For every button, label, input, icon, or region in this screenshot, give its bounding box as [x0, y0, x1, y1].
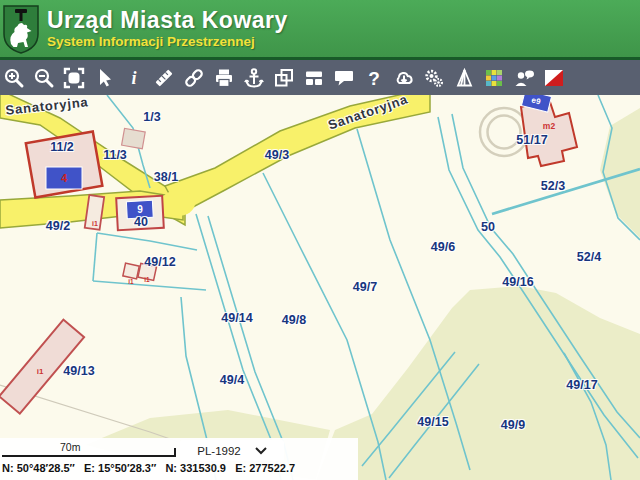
vegetation-areas: [85, 108, 640, 480]
status-bar: 70m PL-1992 N: 50°48′28.5″ E: 15°50′28.3…: [0, 438, 358, 480]
link-button[interactable]: [183, 64, 205, 92]
crs-selector[interactable]: PL-1992: [180, 440, 284, 461]
speech-bubble-icon: [333, 67, 355, 89]
overlap-windows-icon: [273, 67, 295, 89]
measure-button[interactable]: [153, 64, 175, 92]
layout-panels-icon: [303, 67, 325, 89]
building-marker-4: [46, 167, 82, 189]
select-area-icon: [63, 67, 85, 89]
flag-button[interactable]: [543, 64, 565, 92]
question-mark-icon: ?: [363, 67, 385, 89]
crs-selected-value: PL-1992: [197, 445, 240, 457]
user-feedback-icon: [513, 67, 535, 89]
anchor-button[interactable]: [243, 64, 265, 92]
zoom-in-button[interactable]: [3, 64, 25, 92]
scale-label: 70m: [60, 441, 80, 453]
compare-button[interactable]: [273, 64, 295, 92]
scale-bar-tick: [174, 448, 176, 457]
chevron-down-icon: [255, 447, 267, 455]
zoom-out-button[interactable]: [33, 64, 55, 92]
app-window: Urząd Miasta Kowary System Informacji Pr…: [0, 0, 640, 480]
link-icon: [183, 67, 205, 89]
building-marker-9: [126, 200, 153, 218]
pyramid-button[interactable]: [453, 64, 475, 92]
map-drawing: [0, 95, 640, 480]
cloud-button[interactable]: [393, 64, 415, 92]
info-icon: i: [123, 67, 145, 89]
building-51-17: [521, 99, 577, 166]
panels-button[interactable]: [303, 64, 325, 92]
comment-button[interactable]: [333, 64, 355, 92]
zoom-out-icon: [33, 67, 55, 89]
svg-text:i: i: [131, 68, 136, 88]
legend-button[interactable]: [483, 64, 505, 92]
print-button[interactable]: [213, 64, 235, 92]
zoom-in-icon: [3, 67, 25, 89]
anchor-icon: [243, 67, 265, 89]
cloud-download-icon: [393, 67, 415, 89]
app-title: Urząd Miasta Kowary: [47, 8, 288, 32]
select-area-button[interactable]: [63, 64, 85, 92]
app-subtitle: System Informacji Przestrzennej: [47, 35, 288, 49]
coordinates-readout: N: 50°48′28.5″ E: 15°50′28.3″ N: 331530.…: [2, 462, 295, 474]
pointer-button[interactable]: [93, 64, 115, 92]
pyramid-icon: [453, 67, 475, 89]
control-flag-icon: [543, 67, 565, 89]
info-button[interactable]: i: [123, 64, 145, 92]
settings-button[interactable]: [423, 64, 445, 92]
pointer-icon: [93, 67, 115, 89]
printer-icon: [213, 67, 235, 89]
help-button[interactable]: ?: [363, 64, 385, 92]
ruler-icon: [153, 67, 175, 89]
svg-text:?: ?: [368, 67, 380, 88]
gears-icon: [423, 67, 445, 89]
toolbar: i?: [0, 60, 640, 95]
map-canvas[interactable]: [0, 95, 640, 480]
scale-bar: [2, 455, 176, 457]
kowary-crest-logo: [3, 5, 39, 55]
circular-driveway: [480, 108, 528, 156]
color-grid-icon: [483, 67, 505, 89]
feedback-button[interactable]: [513, 64, 535, 92]
app-header: Urząd Miasta Kowary System Informacji Pr…: [0, 0, 640, 57]
